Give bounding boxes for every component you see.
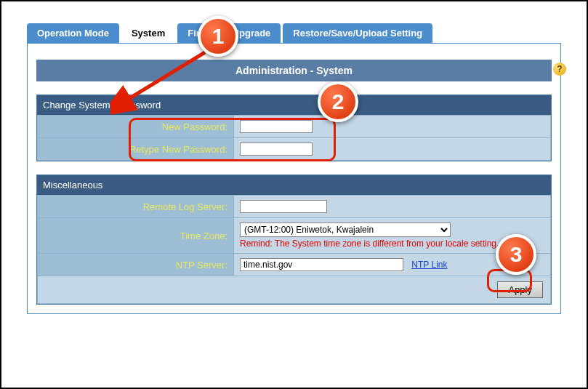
- section-miscellaneous: Miscellaneous Remote Log Server: Time Zo…: [36, 175, 552, 305]
- retype-password-input[interactable]: [240, 143, 313, 156]
- ntp-label: NTP Server:: [38, 254, 234, 276]
- new-password-label: New Password:: [38, 116, 234, 138]
- ntp-link[interactable]: NTP Link: [411, 260, 447, 270]
- main-panel: Administration - System ? Change System'…: [27, 43, 561, 314]
- tab-restore-save-upload[interactable]: Restore/Save/Upload Setting: [283, 23, 432, 43]
- remote-log-label: Remote Log Server:: [38, 196, 234, 218]
- ntp-server-input[interactable]: [240, 258, 403, 271]
- tab-operation-mode[interactable]: Operation Mode: [27, 23, 119, 43]
- tab-system[interactable]: System: [121, 23, 175, 43]
- page-title: Administration - System ?: [36, 60, 552, 81]
- section-change-password: Change System's Password New Password: R…: [36, 95, 552, 161]
- annotation-callout-2: 2: [318, 81, 358, 122]
- annotation-callout-1: 1: [198, 16, 238, 57]
- new-password-cell: [234, 116, 551, 138]
- section-change-password-header: Change System's Password: [37, 95, 551, 115]
- help-icon[interactable]: ?: [553, 63, 566, 76]
- section-miscellaneous-header: Miscellaneous: [37, 175, 551, 195]
- apply-row: Apply: [38, 276, 551, 304]
- app-window: Operation Mode System Firmware Upgrade R…: [0, 0, 588, 389]
- page-title-text: Administration - System: [235, 65, 353, 76]
- apply-button[interactable]: Apply: [497, 281, 543, 298]
- retype-password-label: Retype New Password:: [38, 138, 234, 161]
- remote-log-input[interactable]: [240, 200, 327, 213]
- remote-log-cell: [234, 196, 551, 218]
- timezone-label: Time Zone:: [38, 218, 234, 254]
- annotation-callout-3: 3: [496, 234, 536, 275]
- retype-password-cell: [234, 138, 551, 161]
- timezone-select[interactable]: (GMT-12:00) Eniwetok, Kwajalein: [240, 222, 451, 237]
- new-password-input[interactable]: [240, 120, 313, 133]
- tab-bar: Operation Mode System Firmware Upgrade R…: [27, 23, 561, 43]
